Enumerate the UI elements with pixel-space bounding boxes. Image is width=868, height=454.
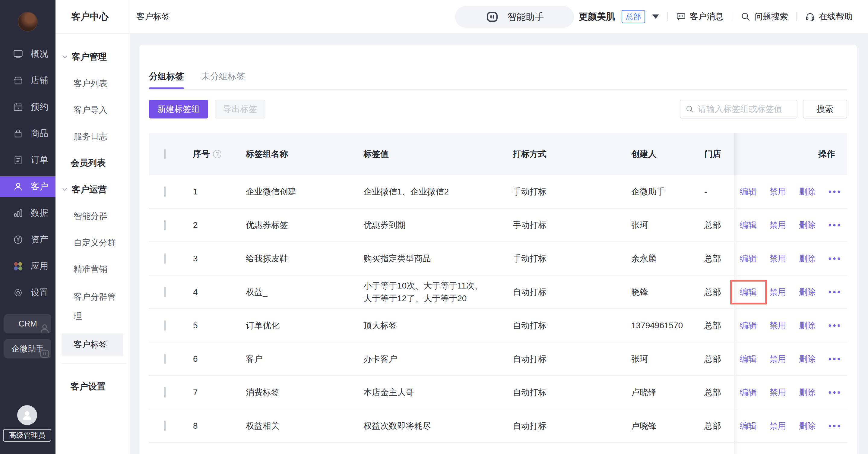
subnav-item-客户导入[interactable]: 客户导入 (56, 97, 130, 123)
sidebar-item-概况[interactable]: 概况 (0, 41, 56, 67)
subnav-item-智能分群[interactable]: 智能分群 (56, 203, 130, 229)
sidebar-item-客户[interactable]: 客户 (0, 173, 56, 200)
topbar-link-客户消息[interactable]: 客户消息 (676, 11, 723, 22)
header-tag-values: 标签值 (364, 148, 513, 160)
delete-link[interactable]: 删除 (793, 320, 822, 331)
workspace-avatar[interactable] (18, 12, 38, 32)
shortcut-CRM[interactable]: CRM (4, 314, 51, 333)
edit-link[interactable]: 编辑 (734, 286, 763, 298)
search-button[interactable]: 搜索 (803, 100, 847, 119)
sidebar-item-数据[interactable]: 数据 (0, 200, 56, 226)
row-select-cell (149, 388, 193, 397)
sidebar-item-预约[interactable]: 预约 (0, 94, 56, 120)
sidebar-item-订单[interactable]: 订单 (0, 147, 56, 173)
edit-link[interactable]: 编辑 (734, 253, 763, 264)
edit-link[interactable]: 编辑 (734, 420, 763, 432)
shortcut-企微助手[interactable]: 企微助手 (4, 339, 51, 358)
sidebar-item-资产[interactable]: 资产 (0, 226, 56, 253)
row-tag-values: 本店金主大哥 (364, 386, 513, 399)
delete-link[interactable]: 删除 (793, 220, 822, 231)
more-actions-button[interactable]: ••• (822, 254, 848, 263)
row-checkbox[interactable] (164, 253, 165, 264)
delete-link[interactable]: 删除 (793, 253, 822, 264)
row-store: - (704, 187, 734, 197)
delete-link[interactable]: 删除 (793, 353, 822, 365)
disable-link[interactable]: 禁用 (763, 220, 793, 231)
row-checkbox[interactable] (164, 387, 165, 398)
more-actions-button[interactable]: ••• (822, 220, 848, 230)
goods-icon (13, 128, 24, 139)
row-checkbox[interactable] (164, 287, 165, 297)
disable-link[interactable]: 禁用 (763, 320, 793, 331)
row-checkbox[interactable] (164, 421, 165, 431)
more-actions-button[interactable]: ••• (822, 354, 848, 364)
header-select-all (149, 149, 193, 159)
sidebar-item-设置[interactable]: 设置 (0, 280, 56, 306)
subnav-item-服务日志[interactable]: 服务日志 (56, 123, 130, 150)
app-root: 概况店铺预约商品订单客户数据资产应用设置 CRM企微助手 高级管理员 客户中心 … (0, 0, 868, 454)
more-actions-button[interactable]: ••• (822, 287, 848, 297)
help-icon (805, 11, 815, 22)
sidebar-item-应用[interactable]: 应用 (0, 253, 56, 280)
chevron-down-icon[interactable] (652, 14, 659, 19)
edit-link[interactable]: 编辑 (734, 387, 763, 398)
create-tag-group-button[interactable]: 新建标签组 (149, 100, 208, 119)
disable-link[interactable]: 禁用 (763, 387, 793, 398)
overview-icon (13, 48, 24, 59)
edit-link[interactable]: 编辑 (734, 353, 763, 365)
apps-icon (13, 261, 24, 271)
store-badge[interactable]: 总部 (622, 10, 645, 23)
table-row: 2优惠券标签优惠券到期手动打标张珂总部编辑禁用删除••• (149, 208, 847, 242)
row-creator: 余永麟 (631, 253, 704, 264)
subnav-item-自定义分群[interactable]: 自定义分群 (56, 229, 130, 256)
select-all-checkbox[interactable] (164, 149, 165, 159)
delete-link[interactable]: 删除 (793, 286, 822, 298)
delete-link[interactable]: 删除 (793, 186, 822, 197)
tab-分组标签[interactable]: 分组标签 (149, 70, 184, 89)
user-avatar[interactable] (17, 405, 37, 425)
more-actions-button[interactable]: ••• (822, 187, 848, 197)
sidebar-item-label: 店铺 (31, 74, 48, 87)
export-tags-button[interactable]: 导出标签 (215, 100, 266, 119)
disable-link[interactable]: 禁用 (763, 420, 793, 432)
topbar-link-问题搜索[interactable]: 问题搜索 (740, 11, 788, 22)
search-input[interactable] (698, 104, 792, 114)
row-checkbox[interactable] (164, 320, 165, 331)
subnav-item-客户列表[interactable]: 客户列表 (56, 70, 130, 97)
disable-link[interactable]: 禁用 (763, 353, 793, 365)
subnav-item-客户分群管理[interactable]: 客户分群管理 (56, 283, 130, 331)
more-actions-button[interactable]: ••• (822, 421, 848, 431)
subnav-item-客户标签[interactable]: 客户标签 (62, 333, 123, 356)
more-actions-button[interactable]: ••• (822, 321, 848, 330)
edit-link[interactable]: 编辑 (734, 186, 763, 197)
edit-link[interactable]: 编辑 (734, 220, 763, 231)
disable-link[interactable]: 禁用 (763, 286, 793, 298)
row-checkbox[interactable] (164, 220, 165, 230)
row-checkbox[interactable] (164, 354, 165, 364)
sidebar-item-label: 预约 (31, 101, 48, 113)
row-creator: 卢晓锋 (631, 387, 704, 398)
row-index: 7 (193, 388, 246, 397)
delete-link[interactable]: 删除 (793, 387, 822, 398)
subnav-item-客户运营[interactable]: 客户运营 (56, 176, 130, 203)
brand-name[interactable]: 更颜美肌 (579, 10, 615, 23)
smart-assistant-button[interactable]: 智能助手 (455, 6, 574, 28)
subnav-item-会员列表[interactable]: 会员列表 (56, 150, 130, 176)
edit-link[interactable]: 编辑 (734, 320, 763, 331)
topbar-link-在线帮助[interactable]: 在线帮助 (805, 11, 852, 22)
row-checkbox[interactable] (164, 186, 165, 197)
question-circle-icon[interactable]: ? (213, 150, 221, 158)
disable-link[interactable]: 禁用 (763, 186, 793, 197)
disable-link[interactable]: 禁用 (763, 253, 793, 264)
header-creator: 创建人 (631, 148, 704, 160)
subnav-item-客户管理[interactable]: 客户管理 (56, 44, 130, 70)
subnav-item-label: 客户标签 (73, 339, 107, 350)
tab-未分组标签[interactable]: 未分组标签 (202, 70, 245, 89)
delete-link[interactable]: 删除 (793, 420, 822, 432)
role-badge: 高级管理员 (3, 429, 51, 442)
more-actions-button[interactable]: ••• (822, 388, 848, 397)
subnav-item-客户设置[interactable]: 客户设置 (56, 374, 130, 400)
sidebar-item-商品[interactable]: 商品 (0, 120, 56, 147)
subnav-item-精准营销[interactable]: 精准营销 (56, 256, 130, 283)
sidebar-item-店铺[interactable]: 店铺 (0, 67, 56, 94)
